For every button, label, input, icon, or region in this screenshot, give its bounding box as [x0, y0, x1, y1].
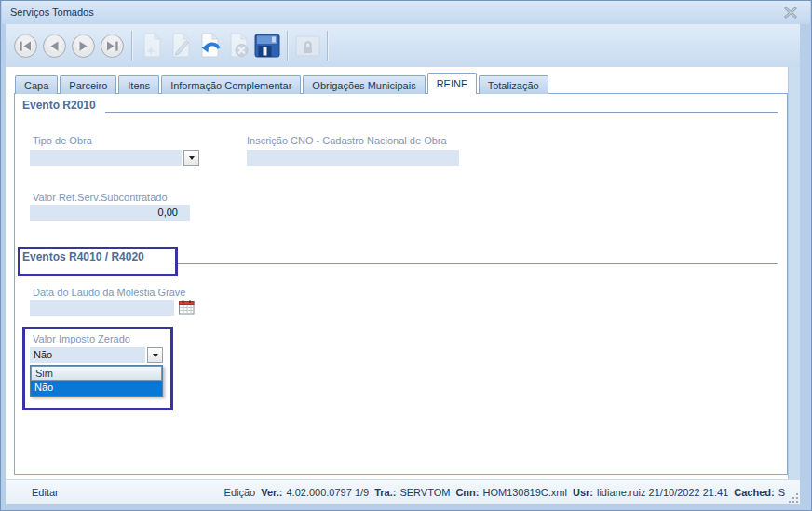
- status-cnn-value: HOM130819C.xml: [482, 487, 566, 498]
- toolbar-separator: [327, 31, 329, 61]
- reinf-tab-panel: Evento R2010 Tipo de Obra Inscrição CNO …: [14, 93, 788, 475]
- previous-record-button[interactable]: [40, 30, 68, 61]
- last-record-button[interactable]: [98, 30, 126, 61]
- first-record-button[interactable]: [11, 30, 39, 61]
- tipo-de-obra-combo: [30, 150, 199, 166]
- section-header-evento-r2010: Evento R2010: [22, 99, 96, 112]
- status-info: EdiçãoVer.:4.02.000.0797 1/9Tra.:SERVTOM…: [224, 487, 785, 498]
- toolbar: [6, 24, 800, 67]
- tab-totalizacao[interactable]: Totalização: [479, 75, 548, 94]
- data-laudo-label: Data do Laudo da Moléstia Grave: [33, 287, 186, 298]
- servicos-tomados-window: Serviços Tomados: [0, 0, 812, 511]
- undo-button[interactable]: [196, 30, 223, 61]
- valor-ret-serv-field[interactable]: 0,00: [30, 205, 190, 221]
- close-icon[interactable]: [784, 7, 797, 19]
- dropdown-option-nao[interactable]: Não: [31, 381, 162, 396]
- resize-grip[interactable]: [787, 491, 798, 503]
- valor-ret-serv-label: Valor Ret.Serv.Subcontratado: [33, 192, 168, 203]
- dropdown-option-sim[interactable]: Sim: [31, 366, 162, 381]
- calendar-icon[interactable]: [179, 300, 195, 315]
- status-ver-value: 4.02.000.0797 1/9: [286, 487, 369, 498]
- toolbar-separator: [131, 31, 133, 61]
- tab-capa[interactable]: Capa: [15, 75, 58, 94]
- lock-button: [293, 30, 321, 61]
- undo-icon: [199, 33, 221, 59]
- window-title: Serviços Tomados: [10, 7, 94, 18]
- tab-informacao-complementar[interactable]: Informação Complementar: [161, 75, 301, 94]
- save-button[interactable]: [253, 30, 281, 61]
- previous-record-icon: [42, 34, 67, 59]
- status-cached-value: S: [778, 487, 785, 498]
- tipo-de-obra-label: Tipo de Obra: [33, 135, 92, 146]
- save-icon: [254, 34, 280, 58]
- edit-button: [167, 30, 195, 61]
- status-cached-key: Cached:: [734, 487, 774, 498]
- tab-obrigacoes-municipais[interactable]: Obrigações Municipais: [303, 75, 425, 94]
- status-tra-key: Tra.:: [374, 487, 396, 498]
- tab-strip: Capa Parceiro Itens Informação Complemen…: [15, 74, 550, 94]
- vertical-scrollbar-track[interactable]: [788, 67, 800, 480]
- new-document-icon: [142, 33, 163, 59]
- status-usr-key: Usr:: [573, 487, 593, 498]
- chevron-down-icon: [153, 354, 158, 357]
- cancel-icon: [228, 33, 250, 59]
- tipo-de-obra-dropdown-button[interactable]: [183, 150, 199, 166]
- new-button: [138, 30, 166, 61]
- status-usr-value: lidiane.ruiz 21/10/2022 21:41: [597, 487, 728, 498]
- tipo-de-obra-field[interactable]: [30, 150, 182, 166]
- valor-imposto-dropdown-button[interactable]: [147, 347, 163, 363]
- window-client-area: Capa Parceiro Itens Informação Complemen…: [6, 24, 800, 504]
- section-rule: [177, 263, 778, 264]
- edit-document-icon: [170, 33, 192, 59]
- cancel-button: [224, 30, 252, 61]
- valor-imposto-dropdown-list: Sim Não: [30, 365, 163, 397]
- status-mode: Editar: [32, 487, 59, 498]
- first-record-icon: [13, 34, 38, 59]
- next-record-icon: [71, 34, 96, 59]
- inscricao-cno-field[interactable]: [247, 150, 459, 166]
- toolbar-separator: [287, 31, 289, 61]
- status-edition: Edição: [224, 487, 256, 498]
- status-ver-key: Ver.:: [261, 487, 282, 498]
- valor-imposto-zerado-field[interactable]: Não: [30, 347, 145, 363]
- tab-itens[interactable]: Itens: [118, 75, 159, 94]
- data-laudo-field[interactable]: [30, 300, 174, 316]
- inscricao-cno-label: Inscrição CNO - Cadastro Nacional de Obr…: [247, 135, 447, 146]
- lock-icon: [295, 34, 320, 58]
- chevron-down-icon: [189, 156, 195, 160]
- tab-reinf[interactable]: REINF: [427, 73, 477, 94]
- window-titlebar[interactable]: Serviços Tomados: [2, 1, 810, 24]
- status-tra-value: SERVTOM: [399, 487, 450, 498]
- tab-parceiro[interactable]: Parceiro: [60, 75, 116, 94]
- section-header-eventos-r4010-r4020: Eventos R4010 / R4020: [22, 250, 144, 263]
- valor-imposto-zerado-label: Valor Imposto Zerado: [33, 333, 130, 344]
- status-bar: Editar EdiçãoVer.:4.02.000.0797 1/9Tra.:…: [6, 479, 800, 504]
- status-cnn-key: Cnn:: [455, 487, 479, 498]
- last-record-icon: [100, 34, 125, 59]
- valor-imposto-zerado-combo: Não: [30, 347, 163, 363]
- section-rule: [105, 112, 778, 113]
- next-record-button[interactable]: [69, 30, 97, 61]
